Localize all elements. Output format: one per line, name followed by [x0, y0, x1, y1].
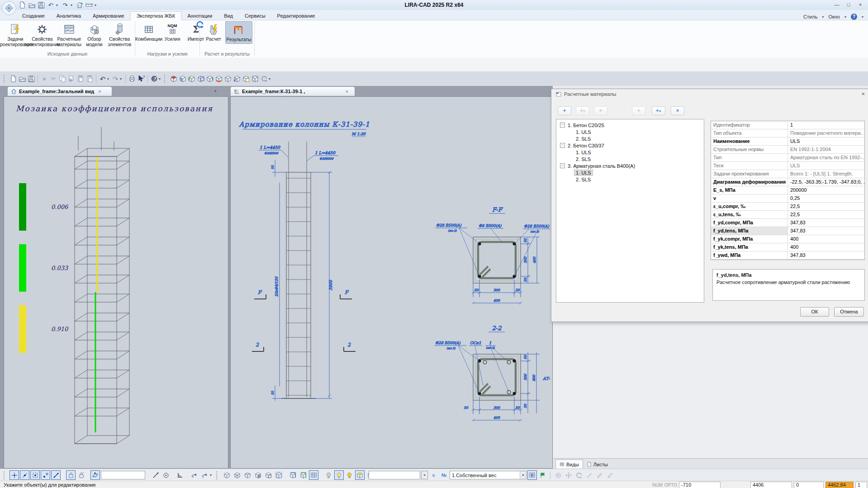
toolbar-grip[interactable]: [4, 471, 7, 479]
rotate-ucs-y-icon[interactable]: y: [199, 470, 209, 480]
display-solid-icon[interactable]: [222, 470, 232, 480]
undo-icon[interactable]: ↶: [98, 74, 107, 84]
coord-x-field[interactable]: -710: [679, 482, 721, 488]
materials-tree[interactable]: −1. Бетон C20/25 1. ULS 2. SLS −2. Бетон…: [556, 119, 704, 303]
numbering-icon[interactable]: №: [439, 470, 449, 480]
help-dropdown-icon[interactable]: ▾: [862, 15, 863, 19]
tab-sheets[interactable]: Листы: [583, 460, 612, 469]
lock-icon[interactable]: [66, 470, 76, 480]
copy-icon[interactable]: [58, 74, 67, 84]
window-dropdown-icon[interactable]: ▾: [844, 15, 846, 19]
snap-point-icon[interactable]: [9, 470, 19, 480]
toolbar-overflow-icon[interactable]: ▾: [269, 77, 272, 81]
tab-general-view[interactable]: Example_frame:Загальний вид ×: [7, 86, 112, 96]
snap-grid-icon[interactable]: [51, 470, 61, 480]
ribbon-tab-vid[interactable]: Вид: [218, 12, 239, 20]
unlock-icon[interactable]: [76, 470, 86, 480]
view-cube-front-icon[interactable]: [178, 74, 187, 84]
ribbon-tab-ekspertiza-zhbk[interactable]: Экспертиза ЖБК: [130, 11, 181, 20]
tab-views[interactable]: Виды: [555, 460, 583, 469]
dialog-close-icon[interactable]: ×: [861, 90, 865, 97]
edit-pencil-icon[interactable]: [595, 470, 604, 480]
draw-circle-icon[interactable]: [161, 470, 171, 480]
list-icon[interactable]: ≡: [429, 470, 438, 480]
redo-icon[interactable]: ↷: [61, 1, 69, 9]
rotate-ucs-x-icon[interactable]: x: [189, 470, 199, 480]
scale-field[interactable]: 1: [855, 482, 867, 488]
undo-dropdown-icon[interactable]: ▾: [107, 77, 111, 81]
design-materials-button[interactable]: Расчетные материалы: [56, 21, 83, 48]
ribbon-tab-sozdanie[interactable]: Создание: [16, 12, 51, 20]
design-properties-button[interactable]: Свойства проектирования: [29, 21, 56, 48]
pan-hand-blue-icon[interactable]: [288, 470, 298, 480]
new-file-icon[interactable]: [9, 74, 18, 84]
display-fragment-icon[interactable]: [274, 470, 284, 480]
qat-overflow-icon[interactable]: ▾: [95, 3, 98, 7]
property-grid[interactable]: Идентификатор1 Тип объектаПоведение расч…: [711, 121, 865, 260]
add-node-icon[interactable]: [553, 470, 563, 480]
column-drawing-canvas[interactable]: Армирование колонны К-31-39-1 М 1:20 1 L…: [230, 96, 553, 469]
refresh-icon[interactable]: [574, 470, 583, 480]
paste-icon[interactable]: [76, 74, 85, 84]
ribbon-tab-annotacii[interactable]: Аннотации: [181, 12, 218, 20]
flag-icon[interactable]: [538, 470, 547, 480]
redo-icon[interactable]: ↷: [111, 74, 120, 84]
minimize-button[interactable]: —: [831, 0, 843, 9]
save-icon[interactable]: [37, 1, 45, 9]
context-help-icon[interactable]: ?: [137, 74, 146, 84]
add-behavior-copy-button[interactable]: +₊: [652, 106, 665, 115]
app-logo-icon[interactable]: [2, 1, 16, 15]
ribbon-tab-redaktirovanie[interactable]: Редактирование: [271, 12, 321, 20]
ortho-icon[interactable]: [175, 470, 185, 480]
measure-icon[interactable]: [584, 470, 594, 480]
undo-icon[interactable]: ↶: [47, 1, 55, 9]
results-button[interactable]: Результаты: [225, 21, 252, 44]
calculate-button[interactable]: Расчет: [202, 21, 225, 43]
workplane-icon[interactable]: [90, 470, 100, 480]
filter-input[interactable]: [369, 471, 420, 479]
combinations-button[interactable]: Комбинации: [137, 21, 161, 43]
forces-button[interactable]: NQM Усилия: [161, 21, 184, 43]
open-file-icon[interactable]: [18, 74, 27, 84]
move-icon[interactable]: [564, 470, 573, 480]
light-ambient-icon[interactable]: [334, 470, 344, 480]
tab-close-icon[interactable]: ×: [343, 89, 348, 94]
view-cube-left-icon[interactable]: [187, 74, 196, 84]
display-box-icon[interactable]: [264, 470, 273, 480]
snap-node-icon[interactable]: [41, 470, 50, 480]
ruler-icon[interactable]: [85, 1, 93, 9]
redo-dropdown-icon[interactable]: ▾: [71, 3, 74, 7]
select-frame-icon[interactable]: [251, 74, 260, 84]
refresh-view-icon[interactable]: [260, 74, 269, 84]
add-material-button[interactable]: +: [558, 106, 571, 115]
light-off-icon[interactable]: [324, 470, 333, 480]
view-cube-top-icon[interactable]: [169, 74, 178, 84]
cut-icon[interactable]: ✂: [49, 74, 58, 84]
element-properties-button[interactable]: Свойства элементов: [106, 21, 133, 48]
loadcase-combo[interactable]: 1.Собственный вес ▾: [450, 471, 526, 479]
dialog-titlebar[interactable]: Расчетные материалы: [551, 89, 868, 99]
undo-dropdown-icon[interactable]: ▾: [56, 3, 60, 7]
delete-behavior-button[interactable]: ×: [671, 106, 684, 115]
style-dropdown-icon[interactable]: ▾: [822, 15, 824, 19]
loadcase-dropdown-icon[interactable]: ▾: [520, 471, 526, 479]
snap-line-icon[interactable]: [20, 470, 29, 480]
cancel-button[interactable]: Отмена: [834, 307, 864, 317]
window-menu-label[interactable]: Окно: [828, 14, 840, 19]
paste-special-icon[interactable]: [85, 74, 94, 84]
elevation-field[interactable]: 4462.84: [825, 482, 854, 488]
close-button[interactable]: ×: [854, 0, 866, 9]
model-overview-button[interactable]: Обзор модели: [83, 21, 106, 48]
copy-properties-icon[interactable]: [67, 74, 76, 84]
open-file-icon[interactable]: [28, 1, 36, 9]
general-view-canvas[interactable]: Мозаика коэффициентов использования 0.00…: [4, 96, 228, 469]
display-wire-icon[interactable]: [232, 470, 242, 480]
zoom-model-icon[interactable]: [242, 74, 251, 84]
display-hidden-icon[interactable]: [243, 470, 252, 480]
edit-pencil2-icon[interactable]: [605, 470, 615, 480]
ok-button[interactable]: ОК: [800, 307, 829, 317]
help-icon[interactable]: ?: [150, 74, 159, 84]
display-settings-icon[interactable]: [253, 470, 263, 480]
view-cube-plain-icon[interactable]: [223, 74, 232, 84]
loadcase-table-icon[interactable]: f: [527, 470, 537, 480]
